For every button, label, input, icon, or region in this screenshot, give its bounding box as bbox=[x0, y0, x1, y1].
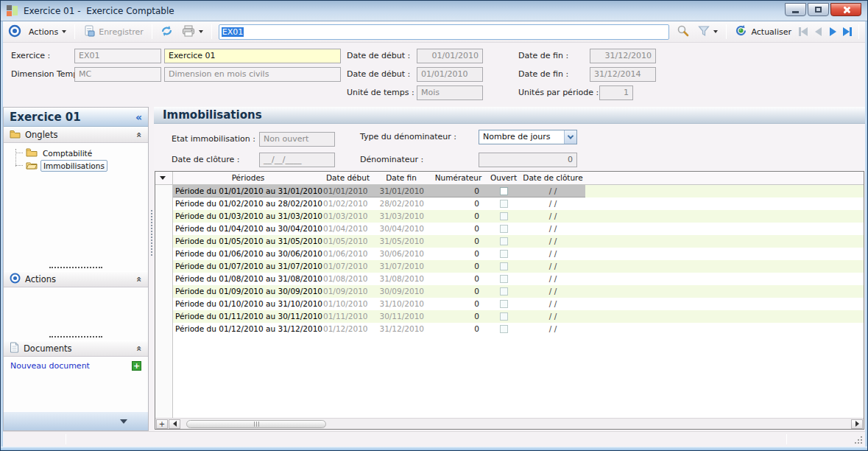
section-documents-header[interactable]: Documents « bbox=[4, 340, 148, 357]
table-row[interactable]: Période du 01/12/2010 au 31/12/2010 01/1… bbox=[173, 323, 864, 335]
collapse-section-icon[interactable]: « bbox=[134, 346, 144, 352]
column-header-date-fin[interactable]: Date fin bbox=[373, 172, 430, 184]
cell-ouvert bbox=[487, 260, 521, 273]
row-selector-header[interactable] bbox=[155, 172, 173, 184]
section-actions-header[interactable]: Actions « bbox=[4, 271, 148, 287]
cell-date-cloture: / / bbox=[521, 235, 585, 248]
table-row[interactable]: Période du 01/01/2010 au 31/01/2010 01/0… bbox=[173, 185, 864, 197]
table-row[interactable]: Période du 01/06/2010 au 30/06/2010 01/0… bbox=[173, 248, 864, 260]
cell-date-fin: 28/02/2010 bbox=[373, 197, 430, 210]
cell-date-cloture: / / bbox=[521, 310, 585, 323]
ouvert-checkbox[interactable] bbox=[500, 262, 508, 270]
cell-periode: Période du 01/12/2010 au 31/12/2010 bbox=[173, 323, 323, 335]
ouvert-checkbox[interactable] bbox=[500, 200, 508, 208]
exercice-code-field[interactable]: EX01 bbox=[74, 49, 161, 63]
ouvert-checkbox[interactable] bbox=[500, 300, 508, 308]
dropdown-button[interactable] bbox=[564, 130, 576, 144]
title-bar[interactable]: Exercice 01 - Exercice Comptable bbox=[1, 1, 867, 21]
dimension-code-field[interactable]: MC bbox=[74, 67, 161, 82]
add-row-button[interactable]: + bbox=[156, 419, 168, 429]
print-button[interactable] bbox=[177, 24, 208, 41]
ouvert-checkbox[interactable] bbox=[500, 250, 508, 258]
type-denominateur-dropdown[interactable]: Nombre de jours bbox=[479, 130, 577, 144]
date-debut2-field[interactable]: 01/01/2010 bbox=[417, 67, 483, 82]
target-icon bbox=[8, 24, 21, 40]
filter-button[interactable] bbox=[694, 24, 722, 41]
tree-item-immobilisations[interactable]: Immobilisations bbox=[11, 159, 148, 172]
denominateur-field[interactable]: 0 bbox=[479, 153, 577, 167]
cell-ouvert bbox=[487, 298, 521, 310]
ouvert-checkbox[interactable] bbox=[500, 225, 508, 233]
table-row[interactable]: Période du 01/10/2010 au 31/10/2010 01/1… bbox=[173, 298, 864, 310]
unites-par-periode-field[interactable]: 1 bbox=[599, 85, 633, 100]
column-header-date-cloture[interactable]: Date de clôture bbox=[521, 172, 585, 184]
ouvert-checkbox[interactable] bbox=[500, 312, 508, 321]
actions-button[interactable]: Actions bbox=[24, 26, 71, 38]
ouvert-checkbox[interactable] bbox=[500, 287, 508, 296]
row-filler bbox=[585, 260, 864, 273]
table-row[interactable]: Période du 01/04/2010 au 30/04/2010 01/0… bbox=[173, 223, 864, 235]
column-header-numerateur[interactable]: Numérateur bbox=[430, 172, 487, 184]
refresh-icon bbox=[160, 25, 173, 39]
scroll-left-button[interactable] bbox=[169, 419, 180, 429]
ouvert-checkbox[interactable] bbox=[500, 325, 508, 333]
date-fin1-field[interactable]: 31/12/2010 bbox=[590, 49, 656, 63]
table-row[interactable]: Période du 01/02/2010 au 28/02/2010 01/0… bbox=[173, 197, 864, 210]
scrollbar-thumb[interactable] bbox=[186, 420, 326, 428]
column-header-ouvert[interactable]: Ouvert bbox=[487, 172, 521, 184]
table-row[interactable]: Période du 01/03/2010 au 31/03/2010 01/0… bbox=[173, 210, 864, 223]
resize-grip[interactable] bbox=[861, 442, 862, 444]
sidebar-splitter[interactable] bbox=[149, 107, 154, 431]
search-button[interactable] bbox=[672, 23, 694, 41]
cell-date-debut: 01/08/2010 bbox=[323, 273, 373, 285]
table-row[interactable]: Période du 01/07/2010 au 31/07/2010 01/0… bbox=[173, 260, 864, 273]
scroll-right-button[interactable] bbox=[851, 419, 863, 429]
dimension-name-field[interactable]: Dimension en mois civils bbox=[164, 67, 341, 82]
cell-periode: Période du 01/03/2010 au 31/03/2010 bbox=[173, 210, 323, 223]
collapse-sidebar-icon[interactable]: « bbox=[135, 111, 142, 123]
first-icon bbox=[801, 27, 808, 36]
section-onglets-header[interactable]: Onglets « bbox=[4, 127, 148, 143]
ouvert-checkbox[interactable] bbox=[500, 187, 508, 195]
chevron-down-icon bbox=[120, 419, 127, 424]
horizontal-scrollbar[interactable]: + bbox=[155, 418, 864, 429]
ouvert-checkbox[interactable] bbox=[500, 237, 508, 245]
table-row[interactable]: Période du 01/08/2010 au 31/08/2010 01/0… bbox=[173, 273, 864, 285]
quick-search-input[interactable]: EX01 bbox=[219, 24, 670, 40]
cloture-field[interactable]: __/__/____ bbox=[259, 153, 335, 167]
new-document-link[interactable]: Nouveau document bbox=[10, 361, 90, 371]
minimize-button[interactable] bbox=[785, 3, 806, 16]
ouvert-checkbox[interactable] bbox=[500, 275, 508, 283]
maximize-button[interactable] bbox=[808, 3, 829, 16]
cell-numerateur: 0 bbox=[430, 310, 487, 323]
previous-record-button[interactable] bbox=[811, 24, 825, 39]
last-record-button[interactable] bbox=[840, 24, 855, 39]
table-row[interactable]: Période du 01/05/2010 au 31/05/2010 01/0… bbox=[173, 235, 864, 248]
actualiser-button[interactable]: Actualiser bbox=[730, 23, 796, 41]
save-button[interactable]: Enregistrer bbox=[79, 24, 148, 41]
cell-periode: Période du 01/08/2010 au 31/08/2010 bbox=[173, 273, 323, 285]
first-record-button[interactable] bbox=[796, 24, 811, 39]
ouvert-checkbox[interactable] bbox=[500, 212, 508, 220]
unite-temps-field[interactable]: Mois bbox=[417, 85, 483, 100]
refresh-button[interactable] bbox=[156, 24, 177, 41]
exercice-name-field[interactable]: Exercice 01 bbox=[164, 49, 341, 63]
next-record-button[interactable] bbox=[825, 24, 840, 39]
cell-numerateur: 0 bbox=[430, 248, 487, 260]
column-header-periodes[interactable]: Périodes bbox=[173, 172, 323, 184]
date-debut1-field[interactable]: 01/01/2010 bbox=[417, 49, 483, 63]
table-row[interactable]: Période du 01/09/2010 au 30/09/2010 01/0… bbox=[173, 285, 864, 298]
window-border bbox=[865, 21, 867, 450]
close-button[interactable] bbox=[830, 3, 861, 16]
tree-item-comptabilite[interactable]: Comptabilité bbox=[11, 147, 148, 159]
table-row[interactable]: Période du 01/11/2010 au 30/11/2010 01/1… bbox=[173, 310, 864, 323]
collapse-section-icon[interactable]: « bbox=[134, 276, 144, 282]
column-header-date-debut[interactable]: Date début bbox=[323, 172, 373, 184]
etat-field[interactable]: Non ouvert bbox=[259, 132, 335, 147]
collapse-section-icon[interactable]: « bbox=[134, 132, 144, 138]
cell-ouvert bbox=[487, 185, 521, 197]
table-body: Période du 01/01/2010 au 31/01/2010 01/0… bbox=[155, 185, 864, 418]
add-document-button[interactable]: + bbox=[132, 361, 141, 371]
date-fin2-field[interactable]: 31/12/2014 bbox=[590, 67, 656, 82]
sidebar-bottom-bar[interactable] bbox=[4, 411, 148, 430]
